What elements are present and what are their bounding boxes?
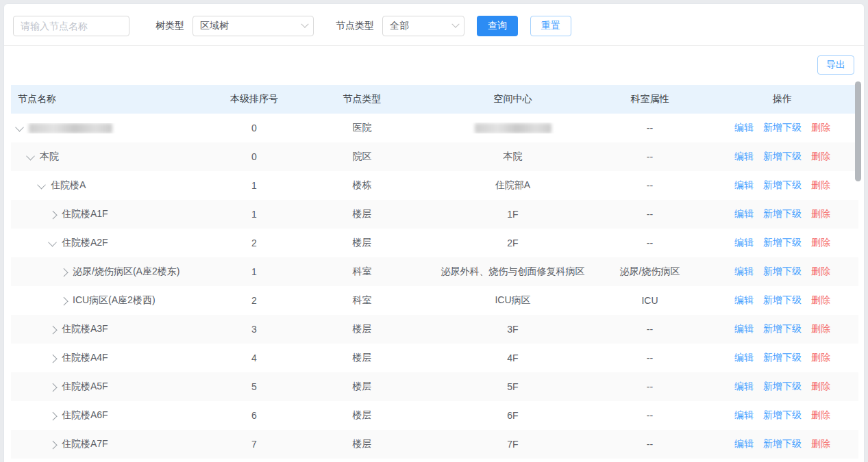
- add-child-link[interactable]: 新增下级: [763, 409, 802, 420]
- cell-dept-attr: --: [593, 324, 706, 335]
- add-child-link[interactable]: 新增下级: [763, 151, 802, 162]
- delete-link[interactable]: 删除: [811, 352, 830, 363]
- edit-link[interactable]: 编辑: [734, 438, 754, 449]
- cell-name: 住院楼A5F: [11, 381, 216, 393]
- edit-link[interactable]: 编辑: [734, 122, 754, 133]
- vertical-scrollbar-thumb[interactable]: [855, 81, 861, 181]
- cell-dept-attr: --: [593, 238, 706, 248]
- edit-link[interactable]: 编辑: [734, 237, 754, 248]
- add-child-link[interactable]: 新增下级: [763, 122, 802, 133]
- add-child-link[interactable]: 新增下级: [763, 381, 802, 392]
- delete-link[interactable]: 删除: [811, 409, 830, 420]
- delete-link[interactable]: 删除: [811, 151, 830, 162]
- edit-link[interactable]: 编辑: [734, 294, 754, 305]
- edit-link[interactable]: 编辑: [734, 208, 754, 219]
- caret-right-icon[interactable]: [49, 354, 58, 363]
- delete-link[interactable]: 删除: [811, 381, 830, 392]
- search-button[interactable]: 查询: [477, 16, 518, 36]
- add-child-link[interactable]: 新增下级: [763, 352, 802, 363]
- cell-sort-order: 1: [216, 266, 292, 277]
- delete-link[interactable]: 删除: [811, 438, 830, 449]
- node-name-input[interactable]: [13, 16, 129, 36]
- caret-down-icon[interactable]: [48, 238, 57, 246]
- cell-space-center: 本院: [432, 151, 593, 163]
- reset-button[interactable]: 重置: [530, 16, 571, 36]
- add-child-link[interactable]: 新增下级: [763, 237, 802, 248]
- cell-dept-attr: --: [593, 151, 706, 162]
- delete-link[interactable]: 删除: [811, 237, 830, 248]
- delete-link[interactable]: 删除: [811, 266, 830, 277]
- cell-node-type: 楼层: [292, 409, 432, 422]
- node-name: ICU病区(A座2楼西): [73, 294, 156, 307]
- table-row: 住院楼A6F 6 楼层 6F -- 编辑 新增下级 删除: [11, 401, 858, 430]
- edit-link[interactable]: 编辑: [734, 323, 754, 334]
- export-button[interactable]: 导出: [817, 55, 854, 75]
- caret-right-icon[interactable]: [49, 411, 58, 420]
- redacted-node-name: [29, 123, 112, 133]
- table-row: 住院楼A1F 1 楼层 1F -- 编辑 新增下级 删除: [11, 200, 858, 229]
- cell-node-type: 楼层: [292, 438, 432, 450]
- edit-link[interactable]: 编辑: [734, 381, 754, 392]
- caret-down-icon[interactable]: [26, 151, 35, 160]
- chevron-down-icon: [301, 21, 308, 28]
- cell-space-center: 3F: [432, 324, 593, 335]
- cell-name: 住院楼A2F: [11, 237, 216, 249]
- caret-down-icon[interactable]: [15, 123, 24, 131]
- tree-type-select[interactable]: 区域树: [193, 16, 314, 36]
- cell-space-center: 5F: [432, 381, 593, 392]
- edit-link[interactable]: 编辑: [734, 352, 754, 363]
- cell-node-type: 楼栋: [292, 179, 432, 192]
- edit-link[interactable]: 编辑: [734, 179, 754, 190]
- cell-space-center: 7F: [432, 439, 593, 450]
- table-row: 泌尿/烧伤病区(A座2楼东) 1 科室 泌尿外科、烧伤与创面修复科病区 泌尿/烧…: [11, 257, 858, 286]
- add-child-link[interactable]: 新增下级: [763, 294, 802, 305]
- cell-actions: 编辑 新增下级 删除: [706, 151, 858, 163]
- col-header-node-type: 节点类型: [292, 93, 432, 105]
- cell-sort-order: 1: [216, 180, 292, 191]
- caret-right-icon[interactable]: [49, 325, 58, 334]
- caret-right-icon[interactable]: [60, 268, 69, 277]
- caret-right-icon[interactable]: [49, 440, 58, 449]
- table-row: 住院楼A 1 楼栋 住院部A -- 编辑 新增下级 删除: [11, 171, 858, 200]
- add-child-link[interactable]: 新增下级: [763, 438, 802, 449]
- chevron-down-icon: [451, 21, 459, 28]
- delete-link[interactable]: 删除: [811, 323, 830, 334]
- cell-node-type: 科室: [292, 294, 432, 307]
- edit-link[interactable]: 编辑: [734, 409, 754, 420]
- edit-link[interactable]: 编辑: [734, 266, 754, 277]
- delete-link[interactable]: 删除: [811, 122, 830, 133]
- table-row: ICU病区(A座2楼西) 2 科室 ICU病区 ICU 编辑 新增下级 删除: [11, 286, 858, 315]
- table-row: 住院楼A2F 2 楼层 2F -- 编辑 新增下级 删除: [11, 229, 858, 257]
- cell-node-type: 楼层: [292, 323, 432, 335]
- cell-name: 住院楼A1F: [11, 208, 216, 220]
- table-header-row: 节点名称 本级排序号 节点类型 空间中心 科室属性 操作: [11, 85, 858, 114]
- add-child-link[interactable]: 新增下级: [763, 179, 802, 190]
- table-row: 住院楼A4F 4 楼层 4F -- 编辑 新增下级 删除: [11, 344, 858, 372]
- cell-sort-order: 2: [216, 295, 292, 306]
- node-type-select[interactable]: 全部: [382, 16, 464, 36]
- delete-link[interactable]: 删除: [811, 179, 830, 190]
- caret-right-icon[interactable]: [60, 296, 69, 305]
- cell-node-type: 院区: [292, 151, 432, 163]
- caret-down-icon[interactable]: [37, 180, 46, 189]
- edit-link[interactable]: 编辑: [734, 151, 754, 162]
- cell-name: 泌尿/烧伤病区(A座2楼东): [11, 266, 216, 278]
- add-child-link[interactable]: 新增下级: [763, 208, 802, 219]
- caret-right-icon[interactable]: [49, 383, 58, 392]
- add-child-link[interactable]: 新增下级: [763, 266, 802, 277]
- cell-dept-attr: --: [593, 180, 706, 191]
- caret-right-icon[interactable]: [49, 210, 58, 219]
- cell-space-center: [432, 123, 593, 134]
- cell-dept-attr: 泌尿/烧伤病区: [593, 266, 706, 278]
- add-child-link[interactable]: 新增下级: [763, 323, 802, 334]
- cell-space-center: 泌尿外科、烧伤与创面修复科病区: [432, 266, 593, 278]
- node-name: 住院楼A5F: [62, 381, 108, 393]
- table-row: 住院楼A7F 7 楼层 7F -- 编辑 新增下级 删除: [11, 430, 858, 459]
- delete-link[interactable]: 删除: [811, 208, 830, 219]
- delete-link[interactable]: 删除: [811, 294, 830, 305]
- node-name: 住院楼A7F: [62, 438, 108, 450]
- cell-actions: 编辑 新增下级 删除: [706, 352, 858, 364]
- node-type-label: 节点类型: [336, 20, 374, 32]
- cell-node-type: 楼层: [292, 352, 432, 364]
- cell-actions: 编辑 新增下级 删除: [706, 409, 858, 422]
